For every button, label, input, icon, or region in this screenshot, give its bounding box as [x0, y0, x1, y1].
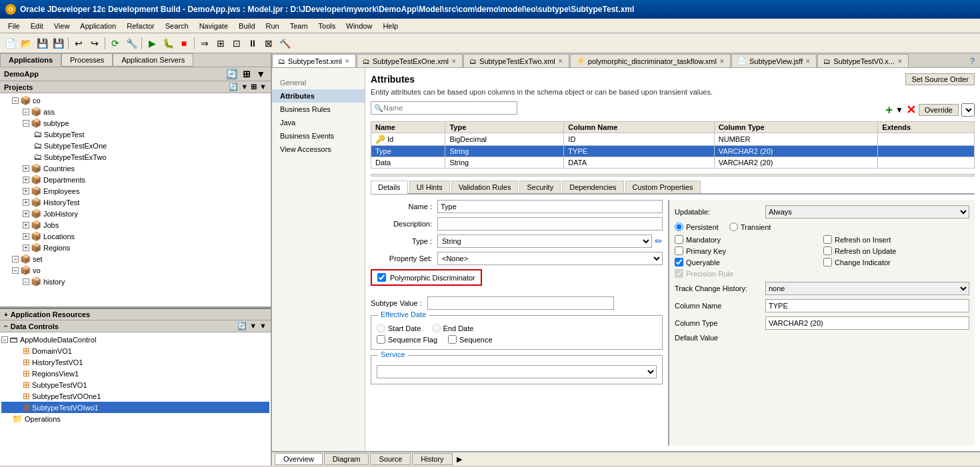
menu-team[interactable]: Team: [285, 21, 313, 31]
sequence-option[interactable]: Sequence: [448, 335, 493, 344]
proj-layout-btn[interactable]: ⊞: [251, 83, 257, 91]
tree-node-subtypetestextwo[interactable]: 🗂 SubtypeTestExTwo: [1, 151, 269, 163]
tree-toggle-departments[interactable]: +: [23, 177, 29, 183]
tb-save-all[interactable]: 💾: [51, 36, 65, 51]
menu-search[interactable]: Search: [160, 21, 194, 31]
mandatory-option[interactable]: Mandatory: [675, 235, 821, 244]
general-nav[interactable]: General: [272, 73, 365, 89]
start-date-radio[interactable]: [377, 324, 385, 332]
editor-tab-polymorphic[interactable]: ⚡ polymorphic_discriminator_taskflow.xml…: [570, 54, 731, 67]
tree-toggle-jobs[interactable]: +: [23, 222, 29, 229]
queryable-option[interactable]: Queryable: [675, 258, 821, 266]
refresh-on-update-checkbox[interactable]: [823, 246, 832, 255]
tb-undo[interactable]: ↩: [71, 36, 86, 51]
tab-applications[interactable]: Applications: [0, 53, 61, 67]
dc-node-subtypetestvoiwo1[interactable]: ⊞ SubtypeTestVOIwo1: [1, 402, 269, 413]
end-date-option[interactable]: End Date: [432, 324, 474, 332]
editor-tab-subtypetestextwo[interactable]: 🗂 SubtypeTestExTwo.xml ✕: [463, 54, 569, 67]
project-tree[interactable]: − 📦 co − 📦 ass − 📦 subtype 🗂 SubtypeTest: [0, 93, 271, 308]
tree-node-jobs[interactable]: + 📦 Jobs: [1, 219, 269, 231]
transient-radio[interactable]: [729, 223, 738, 231]
tb-refresh[interactable]: ⟳: [108, 36, 123, 51]
minus-icon-dc[interactable]: −: [4, 322, 8, 330]
tree-toggle-co[interactable]: −: [12, 97, 19, 104]
tab-app-servers[interactable]: Application Servers: [113, 53, 193, 67]
primary-key-checkbox[interactable]: [675, 246, 683, 255]
menu-window[interactable]: Window: [341, 21, 377, 31]
help-icon[interactable]: ?: [965, 55, 980, 67]
tree-toggle-ass[interactable]: −: [23, 109, 29, 115]
tab-close-6[interactable]: ✕: [897, 58, 903, 65]
tb-more3[interactable]: ⊡: [229, 36, 244, 51]
tree-node-subtype[interactable]: − 📦 subtype: [1, 117, 269, 129]
tree-node-subtypetestexone[interactable]: 🗂 SubtypeTestExOne: [1, 140, 269, 151]
plus-icon-appres[interactable]: +: [4, 311, 8, 318]
table-row-type[interactable]: Type String TYPE VARCHAR2 (20): [371, 146, 975, 157]
tree-toggle-employees[interactable]: +: [23, 188, 29, 195]
sequence-checkbox[interactable]: [448, 335, 457, 344]
editor-tab-subtypeview[interactable]: 📄 SubtypeView.jsff ✕: [731, 54, 817, 67]
toggle-appmodule[interactable]: −: [1, 336, 8, 343]
subtype-input[interactable]: [427, 296, 614, 310]
mandatory-checkbox[interactable]: [675, 235, 683, 244]
tb-run[interactable]: ▶: [145, 36, 159, 51]
view-accessors-nav[interactable]: View Accessors: [272, 143, 365, 156]
tb-more5[interactable]: ⊠: [261, 36, 276, 51]
tree-node-locations[interactable]: + 📦 Locations: [1, 231, 269, 242]
service-select[interactable]: [377, 365, 657, 378]
queryable-checkbox[interactable]: [675, 258, 683, 266]
tree-node-ass[interactable]: − 📦 ass: [1, 106, 269, 117]
tab-close-4[interactable]: ✕: [719, 58, 725, 65]
proj-sync-btn[interactable]: 🔄: [229, 83, 238, 91]
tb-new[interactable]: 📄: [3, 36, 17, 51]
table-row-id[interactable]: 🔑 Id BigDecimal ID NUMBER: [371, 133, 975, 146]
tree-node-history[interactable]: − 📦 history: [1, 276, 269, 287]
header-btn3[interactable]: ▼: [255, 69, 267, 79]
search-bar[interactable]: 🔍: [371, 101, 517, 115]
menu-file[interactable]: File: [3, 21, 25, 31]
editor-tab-subtypetestv0[interactable]: 🗂 SubtypeTestV0.x... ✕: [817, 54, 909, 67]
menu-refactor[interactable]: Refactor: [121, 21, 160, 31]
header-btn2[interactable]: ⊞: [241, 69, 252, 79]
tb-more2[interactable]: ⊞: [213, 36, 228, 51]
menu-application[interactable]: Application: [75, 21, 121, 31]
tb-more4[interactable]: ⏸: [245, 36, 260, 51]
name-input[interactable]: [437, 200, 663, 213]
tree-toggle-countries[interactable]: +: [23, 165, 29, 172]
type-select[interactable]: String: [437, 234, 652, 248]
attributes-nav[interactable]: Attributes: [272, 89, 365, 103]
dc-node-subtypetestvo1[interactable]: ⊞ SubtypeTestVO1: [1, 379, 269, 390]
column-type-input[interactable]: [765, 316, 969, 330]
tree-toggle-set[interactable]: −: [12, 256, 19, 262]
editor-tab-subtypetestexone[interactable]: 🗂 SubtypeTestExOne.xml ✕: [357, 54, 463, 67]
details-tab-validation[interactable]: Validation Rules: [451, 181, 519, 193]
delete-attribute-button[interactable]: ✕: [906, 103, 916, 117]
proj-filter-btn[interactable]: ▼: [241, 83, 248, 91]
tree-node-countries[interactable]: + 📦 Countries: [1, 163, 269, 174]
bottom-tab-overview[interactable]: Overview: [275, 453, 323, 465]
sequence-flag-option[interactable]: Sequence Flag: [377, 335, 437, 344]
tree-node-regions[interactable]: + 📦 Regions: [1, 242, 269, 253]
tb-stop[interactable]: ■: [177, 36, 191, 51]
refresh-on-insert-checkbox[interactable]: [823, 235, 832, 244]
tb-open[interactable]: 📂: [19, 36, 33, 51]
details-tab-details[interactable]: Details: [371, 181, 408, 194]
bottom-tab-source[interactable]: Source: [370, 453, 411, 465]
table-row-data[interactable]: Data String DATA VARCHAR2 (20): [371, 157, 975, 169]
dc-sync-btn[interactable]: 🔄: [237, 322, 247, 330]
tb-debug2[interactable]: 🐛: [161, 36, 175, 51]
details-tab-security[interactable]: Security: [519, 181, 561, 193]
tree-toggle-history[interactable]: −: [23, 278, 29, 285]
change-indicator-checkbox[interactable]: [823, 258, 832, 266]
dc-node-subtypetestvooone1[interactable]: ⊞ SubtypeTestVOOne1: [1, 390, 269, 402]
tab-processes[interactable]: Processes: [61, 53, 113, 67]
details-tab-custom-props[interactable]: Custom Properties: [625, 181, 701, 193]
tree-node-vo[interactable]: − 📦 vo: [1, 264, 269, 276]
dc-node-appmodule[interactable]: − 🗃 AppModuleDataControl: [1, 334, 269, 345]
persistent-radio[interactable]: [675, 223, 683, 231]
tree-toggle-subtype[interactable]: −: [23, 120, 29, 127]
bottom-tab-history[interactable]: History: [412, 453, 452, 465]
tab-close-3[interactable]: ✕: [558, 58, 563, 65]
sequence-flag-checkbox[interactable]: [377, 335, 385, 344]
tree-toggle-regions[interactable]: +: [23, 244, 29, 251]
